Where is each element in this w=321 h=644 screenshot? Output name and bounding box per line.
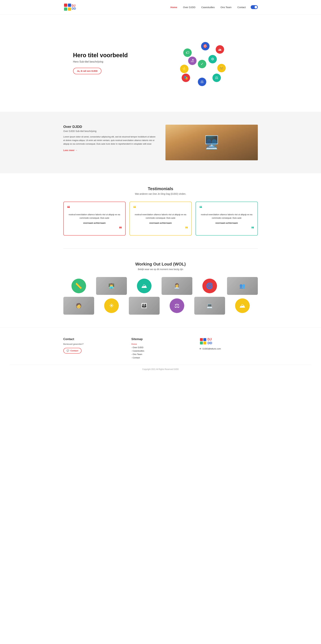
- testimonial-text-3: nostrud exercitation ullamco laboris nis…: [199, 213, 254, 220]
- footer-contact-title: Contact: [63, 338, 122, 341]
- over-djdd-section: Over DJDD Over DJDD Sub-titel beschrijvi…: [0, 112, 321, 173]
- hero-illustration: 🎯 🏷 ⛰ 🏖 ⚙ 🌟 😊 🎭 ✓ ⚖ ⚖: [160, 37, 248, 89]
- wol-item-1: 📏: [63, 277, 94, 295]
- wol-title: Working Out Loud (WOL): [63, 262, 258, 267]
- testimonials-section: Testimonials Wat anderen van Doe Je Ding…: [0, 173, 321, 248]
- sitemap-item-team: - Ons Team: [132, 353, 190, 356]
- quote-open-icon-1: ❝: [67, 205, 122, 211]
- footer-brand-dj: DJ: [208, 338, 212, 341]
- sitemap-item-case: - Casestudies: [132, 350, 190, 352]
- wol-item-9: 👨‍👩‍👦: [129, 297, 160, 314]
- wol-photo-2: 👩‍💼: [162, 277, 192, 295]
- email-address: DJDD@telluric.com: [202, 348, 221, 350]
- wol-icon-red: 🌀: [202, 279, 217, 293]
- testimonial-name-3: voornaam achternaam: [199, 222, 254, 224]
- sitemap-link-case[interactable]: - Casestudies: [132, 350, 144, 352]
- navigation: DJ DD Home Over DJDD Casestudies Ons Tea…: [0, 0, 321, 14]
- footer-contact-label: Contact: [70, 350, 78, 352]
- bubble-green2: ✓: [198, 60, 206, 68]
- sitemap-link-team[interactable]: - Ons Team: [132, 353, 142, 356]
- sitemap-list: Home - Over DJDD - Casestudies - Ons Tea…: [132, 343, 190, 359]
- wol-icon-purple: ⚖: [170, 298, 184, 313]
- footer-logo: DJ DD: [200, 338, 212, 345]
- wol-item-11: 💻: [194, 297, 225, 314]
- wol-item-10: ⚖: [162, 297, 192, 314]
- wol-subtitle: Bekijk waar we op dit moment mee bezig z…: [63, 268, 258, 270]
- logo-text-dj: DJ: [72, 4, 76, 7]
- hero-subtitle: Hero Sub-titel beschrijving: [73, 60, 160, 63]
- testimonial-name-1: voornaam achternaam: [67, 222, 122, 224]
- footer-brand-col: DJ DD ✉ DJDD@telluric.com: [200, 338, 258, 350]
- nav-casestudies[interactable]: Casestudies: [201, 6, 215, 8]
- sitemap-link-home[interactable]: Home: [132, 343, 137, 345]
- testimonial-text-1: nostrud exercitation ullamco laboris nis…: [67, 213, 122, 220]
- nav-home[interactable]: Home: [170, 6, 177, 8]
- footer-contact-col: Contact Benieuwd geworden? 💬 Contact: [63, 338, 122, 354]
- wol-section: Working Out Loud (WOL) Bekijk waar we op…: [0, 249, 321, 328]
- wol-item-7: 🧑: [63, 297, 94, 314]
- testimonial-card-1: ❝ nostrud exercitation ullamco laboris n…: [63, 202, 126, 236]
- bubble-purple: 🏖: [188, 56, 196, 65]
- footer-brand-text: DJ DD: [208, 338, 212, 345]
- wol-icon-teal: ⛰: [137, 279, 152, 293]
- email-icon: ✉: [200, 348, 201, 350]
- sitemap-link-over[interactable]: - Over DJDD: [132, 346, 144, 349]
- testimonial-name-2: voornaam achternaam: [133, 222, 188, 224]
- logo-text-dd: DD: [72, 7, 76, 10]
- wol-photo-3: 👥: [227, 277, 258, 295]
- logo[interactable]: DJ DD: [63, 3, 76, 11]
- bubble-yellow: 🌟: [180, 65, 188, 73]
- wol-item-3: ⛰: [129, 277, 160, 295]
- quote-close-icon-3: ❞: [199, 226, 254, 232]
- quote-close-icon-2: ❞: [133, 226, 188, 232]
- wol-icon-green: 📏: [72, 279, 86, 293]
- over-djdd-content: Over DJDD Over DJDD Sub-titel beschrijvi…: [63, 125, 156, 152]
- nav-ons-team[interactable]: Ons Team: [220, 6, 232, 8]
- nav-over-djdd[interactable]: Over DJDD: [183, 6, 196, 8]
- footer-contact-button[interactable]: 💬 Contact: [63, 348, 82, 354]
- footer-contact-icon: 💬: [66, 350, 69, 352]
- nav-contact[interactable]: Contact: [238, 6, 246, 8]
- footer-contact-subtitle: Benieuwd geworden?: [63, 343, 122, 345]
- over-djdd-body: Lorem ipsum dolor sit amet, consectetur …: [63, 135, 156, 146]
- hero-cta-button[interactable]: Ja, ik wil een DJDD: [73, 68, 102, 74]
- wol-photo-4: 🧑: [63, 297, 94, 314]
- sitemap-link-contact[interactable]: - Contact: [132, 356, 140, 359]
- wol-icon-yellow: ✳: [104, 298, 119, 313]
- over-djdd-photo: 🖥️: [166, 125, 258, 160]
- quote-open-icon-2: ❝: [133, 205, 188, 211]
- wol-photo-5: 👨‍👩‍👦: [129, 297, 160, 314]
- wol-item-8: ✳: [96, 297, 127, 314]
- sitemap-item-over: - Over DJDD: [132, 346, 190, 349]
- testimonial-text-2: nostrud exercitation ullamco laboris nis…: [133, 213, 188, 220]
- sitemap-item-contact: - Contact: [132, 356, 190, 359]
- testimonial-card-3: ❝ nostrud exercitation ullamco laboris n…: [196, 202, 258, 236]
- hero-section: Hero titel voorbeeld Hero Sub-titel besc…: [0, 14, 321, 112]
- wol-item-2: 👨‍💻: [96, 277, 127, 295]
- bubble-red2: 🎭: [182, 74, 190, 82]
- wol-item-12: ⛰: [227, 297, 258, 314]
- footer-brand-dd: DD: [208, 341, 212, 345]
- wol-photo-1: 👨‍💻: [96, 277, 127, 295]
- over-djdd-read-more[interactable]: Lees meer →: [63, 149, 78, 152]
- testimonials-title: Testimonials: [63, 186, 258, 191]
- wol-grid: 📏 👨‍💻 ⛰ 👩‍💼 🌀 👥 🧑 ✳: [63, 277, 258, 314]
- over-djdd-subtitle: Over DJDD Sub-titel beschrijving: [63, 130, 156, 132]
- bubble-blue: 🎯: [201, 42, 210, 50]
- wol-item-5: 🌀: [194, 277, 225, 295]
- copyright: Copyright 2021 All Rights Reserved DJDD: [10, 365, 311, 374]
- sitemap-item-home: Home: [132, 343, 190, 345]
- bubble-blue2: ⚖: [198, 78, 206, 86]
- quote-open-icon-3: ❝: [199, 205, 254, 211]
- bubble-teal: ⚙: [208, 55, 217, 64]
- nav-links: Home Over DJDD Casestudies Ons Team Cont…: [170, 6, 246, 8]
- footer: Contact Benieuwd geworden? 💬 Contact Sit…: [0, 328, 321, 378]
- footer-sitemap-title: Sitemap: [132, 338, 190, 341]
- wol-icon-yellow2: ⛰: [235, 298, 250, 313]
- dark-mode-toggle[interactable]: [251, 5, 258, 9]
- wol-item-6: 👥: [227, 277, 258, 295]
- quote-close-icon-1: ❞: [67, 226, 122, 232]
- over-djdd-title: Over DJDD: [63, 125, 156, 129]
- footer-email: ✉ DJDD@telluric.com: [200, 348, 221, 350]
- testimonials-subtitle: Wat anderen van Doe Je Ding Dag (DJDD) v…: [63, 192, 258, 195]
